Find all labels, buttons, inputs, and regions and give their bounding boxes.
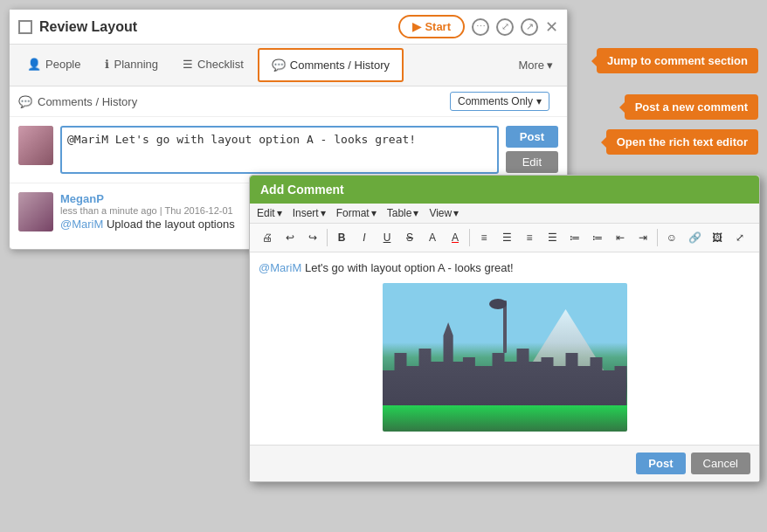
commenter-avatar-image xyxy=(18,192,53,231)
editor-cancel-button[interactable]: Cancel xyxy=(691,453,750,474)
comment-icon-sub: 💬 xyxy=(18,95,32,108)
callout-post: Post a new comment xyxy=(625,94,758,120)
strikethrough-btn[interactable]: S xyxy=(399,227,420,248)
outdent-btn[interactable]: ⇤ xyxy=(610,227,631,248)
align-center-btn[interactable]: ☰ xyxy=(496,227,517,248)
bg-color-btn[interactable]: A xyxy=(445,227,466,248)
tab-planning[interactable]: ℹ Planning xyxy=(93,49,170,81)
bold-btn[interactable]: B xyxy=(331,227,352,248)
comment-textarea[interactable]: @MariM Let's go with layout option A - l… xyxy=(60,126,499,174)
tab-checklist[interactable]: ☰ Checklist xyxy=(170,49,256,81)
editor-post-button[interactable]: Post xyxy=(636,453,685,474)
redo-btn[interactable]: ↪ xyxy=(302,227,323,248)
editor-content[interactable]: @MariM Let's go with layout option A - l… xyxy=(250,252,759,445)
indent-btn[interactable]: ⇥ xyxy=(632,227,653,248)
post-button[interactable]: Post xyxy=(506,126,558,148)
subheader-title: 💬 Comments / History xyxy=(18,95,450,108)
fullscreen-btn[interactable]: ⤢ xyxy=(729,227,750,248)
underline-btn[interactable]: U xyxy=(377,227,397,248)
rss-icon[interactable]: ⋯ xyxy=(472,18,489,36)
comment-icon: 💬 xyxy=(272,59,286,72)
chevron-icon: ▾ xyxy=(413,207,418,219)
comment-text: @MariM Upload the layout options xyxy=(60,218,235,231)
menu-format[interactable]: Format ▾ xyxy=(336,207,377,219)
sep-2 xyxy=(469,229,470,246)
comment-content: MeganP less than a minute ago | Thu 2016… xyxy=(60,192,235,231)
current-user-avatar xyxy=(18,126,53,165)
play-icon: ▶ xyxy=(412,20,421,33)
emoji-btn[interactable]: ☺ xyxy=(661,227,682,248)
chevron-icon: ▾ xyxy=(277,207,282,219)
editor-panel: Add Comment Edit ▾ Insert ▾ Format ▾ Tab… xyxy=(249,175,760,482)
share-icon[interactable]: ⤢ xyxy=(496,18,514,36)
chevron-icon: ▾ xyxy=(321,207,326,219)
comment-meta: less than a minute ago | Thu 2016-12-01 xyxy=(60,205,235,216)
dropdown-arrow: ▾ xyxy=(536,95,542,107)
align-right-btn[interactable]: ≡ xyxy=(519,227,540,248)
callout-rich-text: Open the rich text editor xyxy=(606,129,758,155)
needle-tower xyxy=(503,301,507,353)
title-bar: Review Layout ▶ Start ⋯ ⤢ ↗ ✕ xyxy=(10,10,567,45)
commenter-avatar xyxy=(18,192,53,231)
ul-btn[interactable]: ≔ xyxy=(564,227,585,248)
editor-menubar: Edit ▾ Insert ▾ Format ▾ Table ▾ View ▾ xyxy=(250,204,759,224)
sep-1 xyxy=(327,229,328,246)
avatar-image xyxy=(18,126,53,165)
link-btn[interactable]: 🔗 xyxy=(684,227,705,248)
filter-dropdown[interactable]: Comments Only ▾ xyxy=(450,92,549,111)
callout-jump: Jump to comment section xyxy=(597,48,758,73)
people-icon: 👤 xyxy=(27,58,41,71)
mention: @MariM xyxy=(60,218,103,231)
print-btn[interactable]: 🖨 xyxy=(257,227,278,248)
action-buttons: Post Edit xyxy=(506,126,558,173)
comment-author: MeganP xyxy=(60,192,235,205)
chevron-down-icon: ▾ xyxy=(547,59,553,72)
menu-view[interactable]: View ▾ xyxy=(429,207,459,219)
editor-image xyxy=(383,283,627,432)
menu-insert[interactable]: Insert ▾ xyxy=(293,207,326,219)
menu-table[interactable]: Table ▾ xyxy=(387,207,419,219)
image-btn[interactable]: 🖼 xyxy=(707,227,728,248)
editor-toolbar: 🖨 ↩ ↪ B I U S A A ≡ ☰ ≡ ☰ ≔ ≔ ⇤ ⇥ ☺ 🔗 🖼 … xyxy=(250,224,759,252)
editor-footer: Post Cancel xyxy=(250,445,759,481)
panel-subheader: 💬 Comments / History Comments Only ▾ xyxy=(10,86,567,117)
undo-btn[interactable]: ↩ xyxy=(280,227,301,248)
start-button[interactable]: ▶ Start xyxy=(398,15,465,38)
editor-text: @MariM Let's go with layout option A - l… xyxy=(259,261,750,274)
needle-top xyxy=(489,299,507,309)
list-icon: ☰ xyxy=(183,58,193,71)
comment-box-wrap: @MariM Let's go with layout option A - l… xyxy=(60,126,499,174)
info-icon: ℹ xyxy=(105,58,109,71)
chevron-icon: ▾ xyxy=(371,207,377,219)
ol-btn[interactable]: ≔ xyxy=(587,227,608,248)
align-left-btn[interactable]: ≡ xyxy=(473,227,494,248)
panel-title: Review Layout xyxy=(39,19,398,35)
menu-edit[interactable]: Edit ▾ xyxy=(257,207,282,219)
close-button[interactable]: ✕ xyxy=(545,19,558,35)
edit-button[interactable]: Edit xyxy=(506,151,558,173)
more-menu[interactable]: More ▾ xyxy=(509,50,562,80)
sep-3 xyxy=(657,229,658,246)
font-color-btn[interactable]: A xyxy=(422,227,443,248)
panel-icon xyxy=(18,20,32,34)
justify-btn[interactable]: ☰ xyxy=(542,227,563,248)
tab-people[interactable]: 👤 People xyxy=(15,49,93,81)
italic-btn[interactable]: I xyxy=(354,227,375,248)
title-actions: ▶ Start ⋯ ⤢ ↗ ✕ xyxy=(398,15,558,38)
nav-tabs: 👤 People ℹ Planning ☰ Checklist 💬 Commen… xyxy=(10,45,567,86)
tab-comments[interactable]: 💬 Comments / History xyxy=(258,48,404,82)
chevron-icon: ▾ xyxy=(453,207,459,219)
expand-icon[interactable]: ↗ xyxy=(521,18,538,36)
editor-mention: @MariM xyxy=(259,261,301,274)
comment-input-area: @MariM Let's go with layout option A - l… xyxy=(10,117,567,183)
editor-title-bar: Add Comment xyxy=(250,176,759,204)
